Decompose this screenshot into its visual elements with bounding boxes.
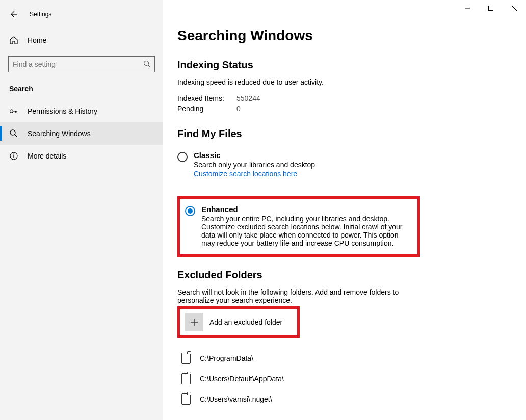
highlight-enhanced: Enhanced Search your entire PC, includin… — [177, 196, 420, 257]
radio-classic-title: Classic — [194, 151, 315, 160]
search-icon — [143, 60, 150, 69]
highlight-add-excluded: Add an excluded folder — [177, 306, 300, 338]
radio-classic-desc: Search only your libraries and desktop — [194, 161, 315, 169]
sidebar-item-label: Searching Windows — [28, 129, 91, 138]
radio-icon-selected — [185, 206, 195, 216]
folder-icon — [181, 373, 191, 384]
maximize-button[interactable] — [479, 0, 503, 16]
excluded-folders-body: Search will not look in the following fo… — [177, 288, 407, 304]
excluded-folder-path: C:\ProgramData\ — [200, 354, 253, 362]
indexed-items-value: 550244 — [236, 94, 260, 102]
sidebar-item-label: More details — [28, 152, 66, 160]
radio-enhanced-title: Enhanced — [201, 205, 412, 214]
window-controls — [456, 0, 526, 16]
info-icon — [9, 151, 18, 161]
pending-value: 0 — [236, 104, 241, 113]
app-title: Settings — [30, 11, 51, 18]
indexing-status-body: Indexing speed is reduced due to user ac… — [177, 78, 463, 86]
sidebar-item-label: Permissions & History — [28, 107, 97, 115]
folder-icon — [181, 393, 191, 405]
home-label: Home — [28, 36, 46, 44]
svg-line-1 — [148, 65, 150, 67]
plus-icon — [185, 313, 203, 331]
sidebar-item-searching-windows[interactable]: Searching Windows — [0, 122, 163, 145]
add-excluded-label: Add an excluded folder — [209, 318, 282, 326]
radio-icon — [177, 152, 188, 162]
svg-point-6 — [13, 154, 14, 155]
sidebar-section-title: Search — [9, 85, 163, 93]
excluded-folder-path: C:\Users\vamsi\.nuget\ — [200, 395, 272, 403]
sidebar-item-more-details[interactable]: More details — [0, 145, 163, 167]
excluded-folders-list: C:\ProgramData\ C:\Users\Default\AppData… — [177, 348, 526, 409]
svg-point-0 — [144, 61, 149, 65]
customize-search-locations-link[interactable]: Customize search locations here — [194, 170, 315, 178]
page-title: Searching Windows — [177, 28, 526, 44]
excluded-folder-item[interactable]: C:\Users\Default\AppData\ — [177, 369, 526, 389]
minimize-button[interactable] — [456, 0, 479, 16]
home-icon — [9, 36, 18, 45]
add-excluded-folder-button[interactable]: Add an excluded folder — [185, 313, 292, 331]
excluded-folder-path: C:\Users\Default\AppData\ — [200, 375, 284, 383]
sidebar-item-permissions[interactable]: Permissions & History — [0, 100, 163, 122]
find-my-files-heading: Find My Files — [177, 128, 526, 140]
indexing-status-heading: Indexing Status — [177, 59, 526, 71]
radio-enhanced[interactable]: Enhanced Search your entire PC, includin… — [185, 205, 412, 247]
svg-line-4 — [15, 135, 17, 137]
excluded-folders-heading: Excluded Folders — [177, 269, 526, 281]
svg-point-2 — [10, 110, 13, 113]
folder-icon — [181, 353, 191, 364]
search-input-container[interactable] — [8, 56, 155, 72]
radio-classic[interactable]: Classic Search only your libraries and d… — [177, 148, 526, 181]
svg-rect-9 — [489, 6, 493, 11]
svg-point-3 — [10, 130, 15, 135]
excluded-folder-item[interactable]: C:\ProgramData\ — [177, 348, 526, 369]
main-content: Searching Windows Indexing Status Indexi… — [163, 0, 526, 420]
radio-enhanced-desc: Search your entire PC, including your li… — [201, 215, 412, 247]
excluded-folder-item[interactable]: C:\Users\vamsi\.nuget\ — [177, 389, 526, 409]
pending-label: Pending — [177, 104, 236, 113]
search-input[interactable] — [13, 60, 143, 68]
sidebar: Settings Home Search Permissions & Histo… — [0, 0, 163, 420]
sidebar-item-home[interactable]: Home — [0, 31, 163, 50]
indexed-items-label: Indexed Items: — [177, 94, 236, 102]
close-button[interactable] — [503, 0, 526, 16]
search-icon — [9, 129, 18, 138]
back-button[interactable] — [4, 5, 22, 23]
key-icon — [9, 107, 18, 116]
